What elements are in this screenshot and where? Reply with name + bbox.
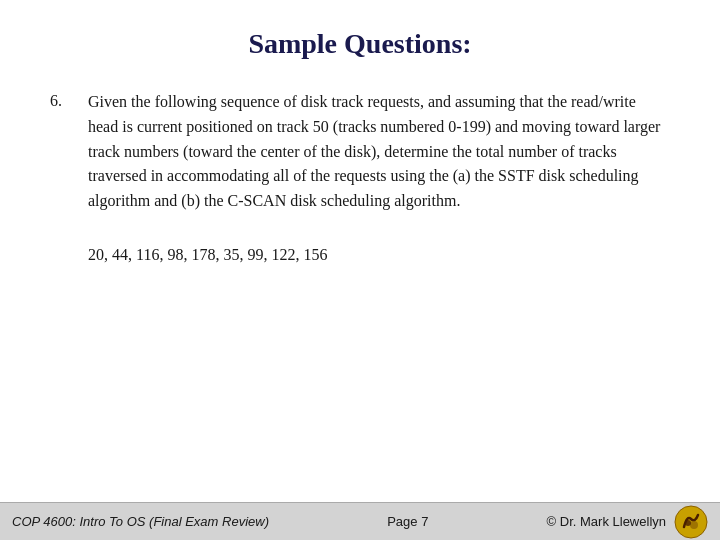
svg-point-0 xyxy=(675,506,707,538)
slide-footer: COP 4600: Intro To OS (Final Exam Review… xyxy=(0,502,720,540)
question-text: Given the following sequence of disk tra… xyxy=(88,90,670,214)
footer-course-label: COP 4600: Intro To OS (Final Exam Review… xyxy=(12,514,269,529)
footer-page: Page 7 xyxy=(387,514,428,529)
slide-container: Sample Questions: 6. Given the following… xyxy=(0,0,720,540)
svg-point-2 xyxy=(685,520,691,526)
svg-point-1 xyxy=(690,521,698,529)
footer-right: © Dr. Mark Llewellyn xyxy=(547,505,708,539)
slide-content: 6. Given the following sequence of disk … xyxy=(0,80,720,502)
question-6-block: 6. Given the following sequence of disk … xyxy=(50,90,670,214)
logo-icon xyxy=(674,505,708,539)
track-sequence: 20, 44, 116, 98, 178, 35, 99, 122, 156 xyxy=(50,242,670,268)
question-number: 6. xyxy=(50,90,88,214)
slide-title: Sample Questions: xyxy=(0,0,720,80)
footer-copyright: © Dr. Mark Llewellyn xyxy=(547,514,666,529)
